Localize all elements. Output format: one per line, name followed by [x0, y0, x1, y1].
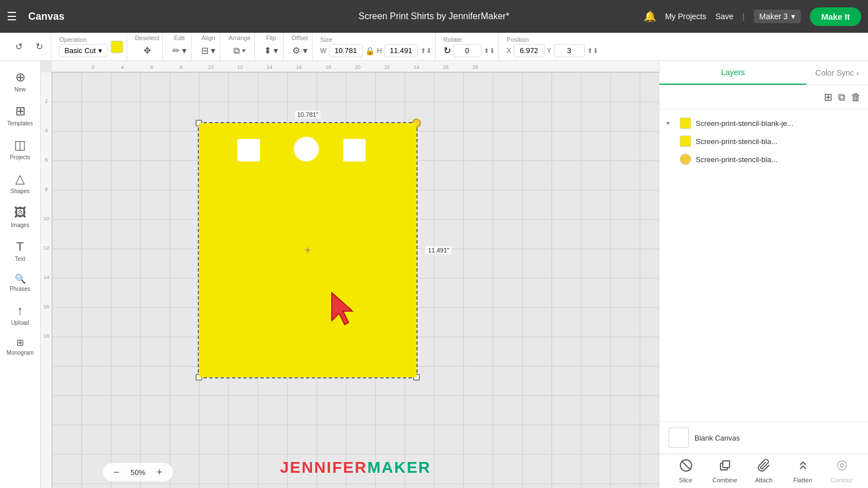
make-it-button[interactable]: Make It	[810, 7, 861, 26]
x-label: X	[507, 47, 511, 55]
tab-layers[interactable]: Layers	[659, 61, 806, 85]
layer-expand-icon[interactable]: ▾	[666, 119, 675, 127]
position-label: Position	[507, 36, 598, 43]
operation-group: Operation Basic Cut ▾	[56, 33, 127, 60]
rotate-stepper[interactable]: ⬆⬇	[484, 47, 495, 55]
svg-text:4: 4	[45, 128, 47, 133]
svg-text:2: 2	[92, 64, 94, 70]
arrange-button[interactable]: ⧉ ▾	[231, 42, 248, 59]
yellow-rectangle[interactable]: +	[199, 123, 416, 377]
canvas-area[interactable]: 2 4 6 8 10 12 14 16 18 20 22 24 26 28 2 …	[41, 61, 659, 488]
group-icon[interactable]: ⊞	[824, 91, 832, 103]
sidebar-item-templates-label: Templates	[7, 120, 33, 127]
svg-text:8: 8	[45, 186, 47, 192]
sidebar-item-upload[interactable]: ↑ Upload	[2, 299, 39, 330]
contour-button[interactable]: Contour	[828, 459, 856, 483]
arrange-group: Arrange ⧉ ▾	[225, 33, 254, 60]
canvas-content[interactable]: + 10.781" 11.491" − 50% + J	[52, 72, 659, 488]
align-label: Align	[201, 34, 215, 41]
lock-icon[interactable]: 🔒	[365, 46, 375, 55]
size-inputs: W 🔒 H ⬆⬇	[320, 44, 432, 57]
my-projects-button[interactable]: My Projects	[665, 12, 706, 21]
svg-text:20: 20	[355, 64, 361, 70]
redo-button[interactable]: ↻	[31, 38, 47, 55]
sidebar-item-monogram[interactable]: ⊞ Monogram	[2, 333, 39, 360]
rotate-group: Rotate ↻ ⬆⬇	[440, 33, 499, 60]
position-stepper[interactable]: ⬆⬇	[587, 47, 598, 55]
y-input[interactable]	[554, 44, 585, 57]
blank-canvas-label: Blank Canvas	[695, 434, 740, 442]
operation-select[interactable]: Basic Cut ▾	[59, 44, 107, 57]
width-input[interactable]	[329, 44, 363, 57]
duplicate-layer-icon[interactable]: ⧉	[838, 91, 845, 103]
delete-layer-icon[interactable]: 🗑	[851, 91, 861, 103]
sidebar-item-projects[interactable]: ◫ Projects	[2, 133, 39, 165]
sidebar-item-shapes[interactable]: △ Shapes	[2, 167, 39, 199]
attach-icon	[757, 459, 771, 475]
zoom-in-button[interactable]: +	[153, 465, 166, 479]
tab-color-sync[interactable]: Color Sync ›	[806, 61, 868, 85]
svg-text:6: 6	[150, 64, 153, 70]
sidebar-item-images-label: Images	[11, 222, 29, 228]
contour-icon	[835, 459, 849, 475]
sidebar-item-monogram-label: Monogram	[7, 350, 34, 356]
sidebar-item-shapes-label: Shapes	[11, 188, 30, 194]
svg-text:4: 4	[121, 64, 124, 70]
offset-label: Offset	[292, 34, 308, 41]
layer-group-item[interactable]: ▾ Screen-print-stencil-blank-je...	[659, 114, 868, 132]
sidebar-item-text[interactable]: T Text	[2, 235, 39, 267]
save-button[interactable]: Save	[715, 12, 734, 21]
toolbar: ↺ ↻ Operation Basic Cut ▾ Deselect ✥ Edi…	[0, 33, 868, 61]
size-group: Size W 🔒 H ⬆⬇	[317, 33, 436, 60]
layer-child-2-name: Screen-print-stencil-bla...	[696, 155, 778, 164]
height-stepper[interactable]: ⬆⬇	[420, 47, 432, 55]
sidebar-item-upload-label: Upload	[11, 320, 29, 326]
layer-child-1-name: Screen-print-stencil-bla...	[696, 137, 778, 146]
svg-text:10: 10	[44, 216, 49, 221]
text-icon: T	[16, 239, 24, 254]
undo-button[interactable]: ↺	[10, 38, 27, 55]
flatten-icon	[796, 459, 810, 475]
offset-button[interactable]: ⚙ ▾	[292, 42, 309, 59]
sidebar-item-new[interactable]: ⊕ New	[2, 66, 39, 97]
svg-point-28	[837, 461, 847, 470]
rotate-label: Rotate	[444, 36, 495, 43]
zoom-out-button[interactable]: −	[110, 465, 123, 479]
slice-button[interactable]: Slice	[672, 459, 700, 483]
attach-button[interactable]: Attach	[750, 459, 778, 483]
sidebar-item-images[interactable]: 🖼 Images	[2, 201, 39, 233]
operation-chevron-icon: ▾	[98, 46, 102, 55]
x-input[interactable]	[514, 44, 545, 57]
sidebar-item-templates[interactable]: ⊞ Templates	[2, 99, 39, 131]
flip-button[interactable]: ⬍ ▾	[263, 42, 280, 59]
machine-selector[interactable]: Maker 3 ▾	[754, 10, 801, 23]
offset-group: Offset ⚙ ▾	[288, 33, 313, 60]
zoom-controls: − 50% +	[103, 463, 173, 481]
hamburger-icon[interactable]: ☰	[7, 10, 17, 23]
blank-canvas-row[interactable]: Blank Canvas	[659, 421, 868, 454]
bell-icon[interactable]: 🔔	[644, 10, 656, 23]
inner-circle	[294, 137, 319, 162]
svg-text:18: 18	[44, 333, 49, 339]
height-input[interactable]	[384, 44, 418, 57]
layer-group-name: Screen-print-stencil-blank-je...	[696, 119, 793, 128]
layer-child-2[interactable]: Screen-print-stencil-bla...	[659, 150, 868, 168]
inner-square-2	[343, 139, 366, 162]
layer-child-1[interactable]: Screen-print-stencil-bla...	[659, 132, 868, 150]
edit-button[interactable]: ✏ ▾	[171, 42, 188, 59]
selected-object[interactable]: +	[199, 123, 416, 377]
combine-button[interactable]: Combine	[711, 459, 739, 483]
deselect-button[interactable]: ✥	[138, 42, 155, 59]
canvas-object-wrapper[interactable]: + 10.781" 11.491"	[199, 123, 416, 377]
zoom-value: 50%	[127, 468, 149, 477]
inner-square-1	[237, 139, 260, 162]
sidebar-item-phrases[interactable]: 🔍 Phrases	[2, 269, 39, 297]
align-button[interactable]: ⊟ ▾	[199, 42, 216, 59]
color-sync-chevron-icon: ›	[856, 68, 859, 77]
svg-text:2: 2	[45, 98, 47, 104]
layer-group-1: ▾ Screen-print-stencil-blank-je... Scree…	[659, 114, 868, 168]
color-swatch[interactable]	[111, 41, 123, 53]
flatten-button[interactable]: Flatten	[789, 459, 817, 483]
operation-label: Operation	[59, 36, 107, 43]
rotate-input[interactable]	[453, 44, 481, 57]
